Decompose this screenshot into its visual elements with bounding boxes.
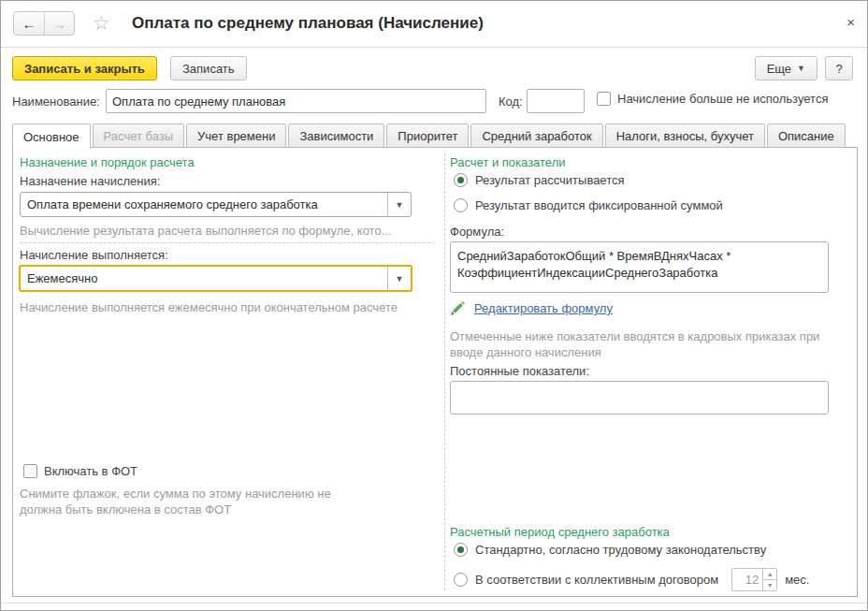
schedule-combobox[interactable]: Ежемесячно ▼ <box>19 265 412 292</box>
schedule-combobox-value: Ежемесячно <box>21 271 387 285</box>
period-collective-label: В соответствии с коллективным договором <box>475 573 718 587</box>
months-spin-buttons: ▲ ▼ <box>762 569 776 590</box>
purpose-section-title: Назначение и порядок расчета <box>20 155 195 169</box>
chevron-down-icon: ▼ <box>797 64 805 73</box>
not-used-checkbox-row[interactable]: Начисление больше не используется <box>597 92 828 106</box>
more-button-label: Еще <box>767 62 791 76</box>
window-bottom-divider <box>1 603 867 604</box>
back-button[interactable]: ← <box>14 12 44 35</box>
not-used-checkbox-label: Начисление больше не используется <box>617 92 828 106</box>
tab-description[interactable]: Описание <box>767 124 846 148</box>
tab-calc-base: Расчет базы <box>93 124 185 148</box>
name-input[interactable] <box>106 89 486 113</box>
purpose-dropdown-icon[interactable]: ▼ <box>387 193 411 216</box>
edit-formula-link-row[interactable]: Редактировать формулу <box>450 300 613 316</box>
period-collective-radio-row[interactable]: В соответствии с коллективным договором … <box>454 568 809 591</box>
formula-field[interactable]: СреднийЗаработокОбщий * ВремяВДняхЧасах … <box>450 241 829 293</box>
schedule-label: Начисление выполняется: <box>20 248 168 262</box>
accrual-card-window: ← → ☆ Оплата по среднему плановая (Начис… <box>0 0 868 611</box>
favorite-star-icon[interactable]: ☆ <box>93 13 110 33</box>
page-title: Оплата по среднему плановая (Начисление) <box>132 14 484 33</box>
main-tab-panel: Назначение и порядок расчета Назначение … <box>12 147 858 597</box>
formula-line2: КоэффициентИндексацииСреднегоЗаработка <box>457 265 821 282</box>
forward-button[interactable]: → <box>44 12 74 35</box>
include-fot-checkbox[interactable] <box>23 464 37 478</box>
result-calculated-radio-row[interactable]: Результат рассчитывается <box>454 173 625 187</box>
constant-indicators-label: Постоянные показатели: <box>450 364 589 378</box>
indicators-hint: Отмеченные ниже показатели вводятся в ка… <box>450 328 843 360</box>
tab-average-earnings[interactable]: Средний заработок <box>470 124 602 148</box>
purpose-combobox[interactable]: Оплата времени сохраняемого среднего зар… <box>20 192 412 217</box>
tab-bar: Основное Расчет базы Учет времени Зависи… <box>12 123 847 148</box>
period-standard-label: Стандартно, согласно трудовому законодат… <box>475 543 766 557</box>
formula-line1: СреднийЗаработокОбщий * ВремяВДняхЧасах … <box>457 248 821 265</box>
spin-down-icon[interactable]: ▼ <box>763 580 776 590</box>
months-suffix-label: мес. <box>785 573 809 587</box>
tab-dependencies[interactable]: Зависимости <box>288 124 384 148</box>
forward-arrow-icon: → <box>52 16 66 32</box>
constant-indicators-field[interactable] <box>450 381 829 415</box>
formula-label: Формула: <box>450 225 504 239</box>
result-fixed-radio-row[interactable]: Результат вводится фиксированной суммой <box>454 198 723 212</box>
code-input[interactable] <box>527 89 585 113</box>
period-section-title: Расчетный период среднего заработка <box>450 525 670 539</box>
save-button[interactable]: Записать <box>170 56 247 80</box>
column-separator <box>444 153 445 590</box>
tab-taxes[interactable]: Налоги, взносы, бухучет <box>605 124 765 148</box>
months-stepper[interactable]: 12 ▲ ▼ <box>731 568 777 591</box>
calc-section-title: Расчет и показатели <box>450 155 566 169</box>
period-collective-radio[interactable] <box>454 573 468 587</box>
edit-formula-link[interactable]: Редактировать формулу <box>474 301 613 315</box>
tab-priority[interactable]: Приоритет <box>386 124 469 148</box>
purpose-label: Назначение начисления: <box>20 174 160 188</box>
spin-up-icon[interactable]: ▲ <box>763 569 776 580</box>
tab-time-tracking[interactable]: Учет времени <box>186 124 286 148</box>
not-used-checkbox[interactable] <box>597 92 611 106</box>
result-fixed-label: Результат вводится фиксированной суммой <box>475 198 723 212</box>
tab-main[interactable]: Основное <box>12 124 91 149</box>
result-calculated-radio[interactable] <box>454 173 468 187</box>
back-arrow-icon: ← <box>22 16 36 32</box>
pencil-icon <box>450 300 466 316</box>
help-button[interactable]: ? <box>825 56 853 80</box>
title-bar: ← → ☆ Оплата по среднему плановая (Начис… <box>1 1 867 48</box>
include-fot-checkbox-row[interactable]: Включать в ФОТ <box>23 464 137 478</box>
schedule-hint: Начисление выполняется ежемесячно при ок… <box>20 299 436 315</box>
save-and-close-button[interactable]: Записать и закрыть <box>12 56 157 80</box>
fot-hint: Снимите флажок, если сумма по этому начи… <box>20 486 356 517</box>
period-standard-radio[interactable] <box>454 543 468 557</box>
left-section-separator <box>20 242 435 243</box>
months-value: 12 <box>732 569 762 590</box>
code-label: Код: <box>499 95 523 109</box>
result-calculated-label: Результат рассчитывается <box>475 173 625 187</box>
name-label: Наименование: <box>12 95 100 109</box>
purpose-combobox-value: Оплата времени сохраняемого среднего зар… <box>21 197 387 211</box>
purpose-hint: Вычисление результата расчета выполняетс… <box>20 223 436 239</box>
result-fixed-radio[interactable] <box>454 198 468 212</box>
schedule-dropdown-icon[interactable]: ▼ <box>387 267 411 290</box>
more-button[interactable]: Еще ▼ <box>755 56 817 80</box>
include-fot-checkbox-label: Включать в ФОТ <box>44 464 137 478</box>
nav-history-group: ← → <box>13 11 75 36</box>
period-standard-radio-row[interactable]: Стандартно, согласно трудовому законодат… <box>454 543 766 557</box>
close-icon[interactable]: × <box>846 15 855 29</box>
